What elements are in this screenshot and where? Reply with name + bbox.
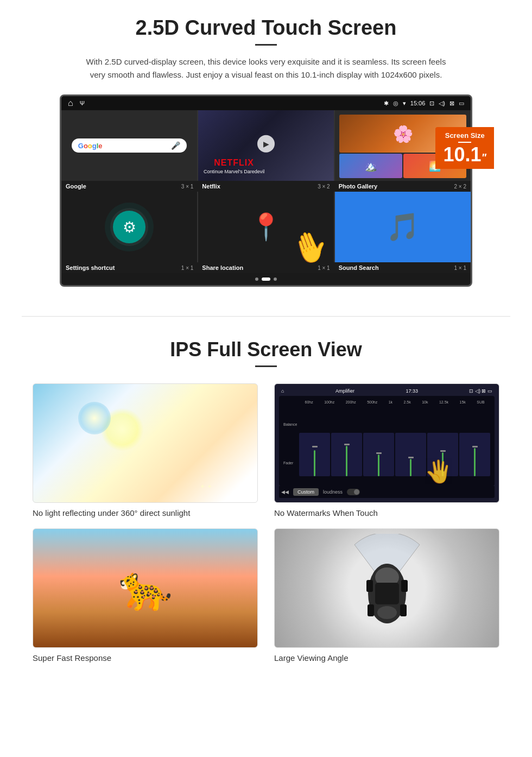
screen-size-label: Screen Size xyxy=(445,131,485,140)
netflix-branding: NETFLIX Continue Marvel's Daredevil xyxy=(204,158,264,174)
netflix-continue-text: Continue Marvel's Daredevil xyxy=(204,169,264,174)
google-logo: Google xyxy=(78,142,103,150)
screen-size-number: 10.1" xyxy=(443,145,486,165)
device-screen: ⌂ Ψ ✱ ◎ ▾ 15:06 ⊡ ◁) ⊠ ▭ xyxy=(60,94,472,287)
amp-nav-left: ◀◀ xyxy=(281,489,289,495)
google-app-label: Google 3 × 1 xyxy=(61,181,198,192)
amp-balance-label: Balance xyxy=(283,422,297,426)
cheetah-icon: 🐆 xyxy=(118,563,173,614)
sound-search-app-cell[interactable]: 🎵 xyxy=(335,192,471,262)
cheetah-image: 🐆 xyxy=(33,528,258,648)
car-top-view-svg xyxy=(344,534,430,642)
pagination-dots xyxy=(61,273,471,285)
dot-3 xyxy=(274,277,277,281)
battery-icon: ▭ xyxy=(459,100,464,107)
gallery-small-thumb-1: 🏔️ xyxy=(339,154,402,178)
gallery-app-name: Photo Gallery xyxy=(339,183,378,190)
svg-rect-5 xyxy=(401,580,408,592)
car-label: Large Viewing Angle xyxy=(274,653,499,663)
device-mockup: Screen Size 10.1" ⌂ Ψ ✱ ◎ ▾ 15:06 ⊡ ◁) xyxy=(49,94,483,287)
google-app-size: 3 × 1 xyxy=(181,184,194,190)
amp-loudness-label: loudness xyxy=(323,489,343,495)
gallery-app-size: 2 × 2 xyxy=(454,184,466,190)
sound-app-size: 1 × 1 xyxy=(454,265,466,271)
volume-icon: ◁) xyxy=(439,100,445,107)
bluetooth-icon: ✱ xyxy=(384,100,389,107)
section-ips-screen: IPS Full Screen View ✦ ✦ No light reflec… xyxy=(0,333,532,679)
settings-app-size: 1 × 1 xyxy=(181,265,194,271)
amp-fader-label: Fader xyxy=(283,461,297,465)
screen-size-badge: Screen Size 10.1" xyxy=(435,127,494,169)
mic-icon[interactable]: 🎤 xyxy=(171,141,180,150)
amp-header: ⌂ Amplifier 17:33 ⊡ ◁) ⊠ ▭ xyxy=(279,388,495,394)
svg-rect-2 xyxy=(375,583,399,604)
badge-underline xyxy=(458,142,471,143)
status-bar: ⌂ Ψ ✱ ◎ ▾ 15:06 ⊡ ◁) ⊠ ▭ xyxy=(61,96,471,110)
sunlight-image: ✦ ✦ xyxy=(33,383,258,503)
dot-2-active xyxy=(262,277,270,281)
gallery-app-label: Photo Gallery 2 × 2 xyxy=(334,181,471,192)
amp-loudness-toggle[interactable] xyxy=(347,489,360,495)
feature-cheetah: 🐆 Super Fast Response xyxy=(33,528,258,663)
google-app-cell[interactable]: Google 🎤 xyxy=(61,110,197,181)
settings-app-cell[interactable]: ⚙ xyxy=(61,192,197,262)
x-icon: ⊠ xyxy=(449,100,454,107)
netflix-app-label: Netflix 3 × 2 xyxy=(198,181,334,192)
netflix-app-cell[interactable]: ▶ NETFLIX Continue Marvel's Daredevil xyxy=(198,110,334,181)
sound-app-label: Sound Search 1 × 1 xyxy=(334,262,471,273)
google-app-name: Google xyxy=(66,183,86,190)
netflix-app-size: 3 × 2 xyxy=(318,184,330,190)
section-divider xyxy=(22,316,510,317)
google-maps-icon: 📍 xyxy=(250,212,282,242)
dot-1 xyxy=(255,277,258,281)
hand-on-slider: 🖐 xyxy=(425,459,452,484)
section1-description: With 2.5D curved-display screen, this de… xyxy=(81,55,451,81)
sunlight-label: No light reflecting under 360° direct su… xyxy=(33,508,258,518)
amp-time: 17:33 xyxy=(406,388,418,394)
svg-rect-7 xyxy=(400,604,407,616)
app-grid-bottom: ⚙ 📍 🤚 🎵 xyxy=(61,192,471,262)
svg-rect-6 xyxy=(368,604,374,616)
settings-app-name: Settings shortcut xyxy=(66,264,115,271)
feature-amplifier: ⌂ Amplifier 17:33 ⊡ ◁) ⊠ ▭ Balance Fader… xyxy=(274,383,499,518)
share-app-size: 1 × 1 xyxy=(318,265,330,271)
netflix-logo-text: NETFLIX xyxy=(204,158,264,168)
status-bar-right: ✱ ◎ ▾ 15:06 ⊡ ◁) ⊠ ▭ xyxy=(384,100,464,107)
settings-app-label: Settings shortcut 1 × 1 xyxy=(61,262,198,273)
features-grid: ✦ ✦ No light reflecting under 360° direc… xyxy=(22,383,510,663)
amplifier-image: ⌂ Amplifier 17:33 ⊡ ◁) ⊠ ▭ Balance Fader… xyxy=(274,383,499,503)
amp-home-icon: ⌂ xyxy=(281,388,284,394)
amp-custom-btn[interactable]: Custom xyxy=(293,488,319,496)
app-grid-top: Google 🎤 ▶ NETFLIX Continue Marvel's Dar… xyxy=(61,110,471,181)
home-icon[interactable]: ⌂ xyxy=(68,98,73,108)
app-labels-row-2: Settings shortcut 1 × 1 Share location 1… xyxy=(61,262,471,273)
settings-gear-icon: ⚙ xyxy=(113,211,145,243)
status-time: 15:06 xyxy=(410,100,426,106)
usb-icon: Ψ xyxy=(80,100,85,106)
camera-icon: ⊡ xyxy=(429,100,434,107)
svg-point-3 xyxy=(377,606,397,619)
music-note-icon: 🎵 xyxy=(386,211,420,243)
wifi-icon: ▾ xyxy=(403,100,406,107)
section-curved-screen: 2.5D Curved Touch Screen With 2.5D curve… xyxy=(0,0,532,300)
amp-icons: ⊡ ◁) ⊠ ▭ xyxy=(469,388,492,394)
screen-size-unit: " xyxy=(482,152,486,163)
netflix-play-button[interactable]: ▶ xyxy=(257,135,275,153)
section1-title: 2.5D Curved Touch Screen xyxy=(33,16,499,40)
netflix-app-name: Netflix xyxy=(202,183,220,190)
car-image xyxy=(274,528,499,648)
svg-rect-4 xyxy=(366,580,373,592)
app-labels-row-1: Google 3 × 1 Netflix 3 × 2 Photo Gallery… xyxy=(61,181,471,192)
feature-car: Large Viewing Angle xyxy=(274,528,499,663)
google-search-bar[interactable]: Google 🎤 xyxy=(72,138,187,153)
amplifier-label: No Watermarks When Touch xyxy=(274,508,499,518)
amp-title: Amplifier xyxy=(335,388,354,394)
title-underline xyxy=(255,44,277,46)
sound-app-name: Sound Search xyxy=(339,264,379,271)
location-icon: ◎ xyxy=(393,100,398,107)
section2-title: IPS Full Screen View xyxy=(22,338,510,361)
section2-underline xyxy=(255,365,277,367)
share-location-app-cell[interactable]: 📍 🤚 xyxy=(198,192,334,262)
share-app-name: Share location xyxy=(202,264,243,271)
status-bar-left: ⌂ Ψ xyxy=(68,98,85,108)
